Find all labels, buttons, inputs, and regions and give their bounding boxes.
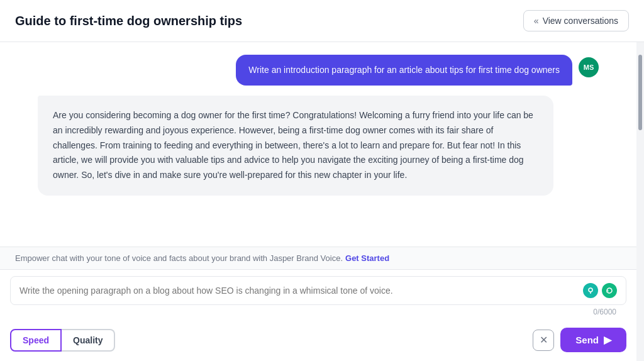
view-conversations-label: View conversations	[543, 16, 618, 26]
scrollbar[interactable]	[636, 42, 644, 361]
get-started-link[interactable]: Get Started	[345, 253, 389, 263]
ai-message: Are you considering becoming a dog owner…	[38, 96, 599, 196]
send-button[interactable]: Send ▶	[560, 328, 626, 352]
mode-buttons: Speed Quality	[10, 329, 115, 352]
actions-row: Speed Quality ✕ Send ▶	[0, 321, 636, 361]
send-arrow-icon: ▶	[604, 334, 611, 346]
input-icons	[583, 283, 617, 298]
location-icon-button[interactable]	[583, 283, 598, 298]
bottom-bar: Empower chat with your tone of voice and…	[0, 247, 636, 361]
avatar: MS	[579, 57, 599, 77]
input-area: 0/6000	[0, 270, 636, 321]
messages-container: Write an introduction paragraph for an a…	[0, 42, 636, 247]
view-conversations-button[interactable]: « View conversations	[523, 10, 629, 31]
scrollbar-thumb[interactable]	[638, 55, 642, 130]
input-row	[10, 276, 626, 305]
brand-voice-bar: Empower chat with your tone of voice and…	[0, 247, 636, 270]
refresh-icon-button[interactable]	[602, 283, 617, 298]
clear-icon: ✕	[540, 334, 548, 346]
right-actions: ✕ Send ▶	[533, 328, 626, 352]
chevron-left-icon: «	[534, 16, 539, 26]
page-header: Guide to first-time dog ownership tips «…	[0, 0, 644, 42]
page-title: Guide to first-time dog ownership tips	[15, 14, 242, 28]
svg-point-0	[589, 288, 592, 292]
send-label: Send	[575, 335, 599, 345]
clear-button[interactable]: ✕	[533, 330, 554, 351]
chat-input[interactable]	[19, 286, 578, 296]
user-bubble: Write an introduction paragraph for an a…	[236, 55, 572, 86]
brand-voice-text: Empower chat with your tone of voice and…	[15, 253, 343, 263]
quality-mode-button[interactable]: Quality	[62, 329, 115, 352]
main-content: Write an introduction paragraph for an a…	[0, 42, 644, 361]
char-count: 0/6000	[10, 305, 626, 316]
ai-bubble: Are you considering becoming a dog owner…	[38, 96, 553, 196]
speed-mode-button[interactable]: Speed	[10, 329, 62, 352]
user-message: Write an introduction paragraph for an a…	[38, 55, 599, 86]
chat-area: Write an introduction paragraph for an a…	[0, 42, 636, 361]
